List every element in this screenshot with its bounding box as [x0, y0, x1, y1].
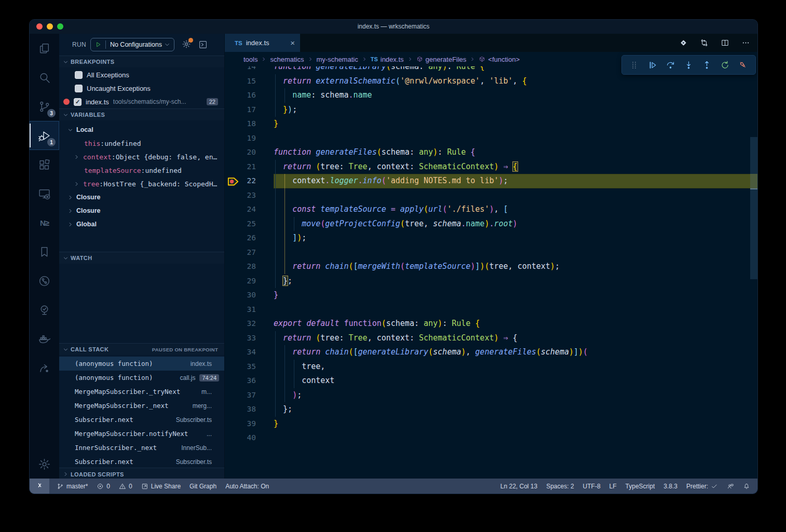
variables-group-row[interactable]: Closure — [59, 204, 224, 217]
chevron-right-icon[interactable] — [74, 181, 79, 187]
open-changes-icon[interactable] — [679, 38, 688, 47]
code-line[interactable]: 37 ); — [225, 388, 757, 403]
toolbar-drag-handle[interactable] — [625, 56, 643, 74]
activity-item-docker[interactable] — [30, 324, 59, 353]
activity-item-bookmarks[interactable] — [30, 237, 59, 266]
debug-config-dropdown[interactable]: No Configurations — [90, 38, 174, 51]
activity-item-explorer[interactable] — [30, 34, 59, 63]
restart-button[interactable] — [716, 56, 734, 74]
callstack-frame[interactable]: Subscriber.nextSubscriber.ts — [59, 455, 224, 469]
callstack-frame[interactable]: Subscriber.nextSubscriber.ts — [59, 413, 224, 427]
code-line[interactable]: 23 — [225, 188, 757, 203]
code-line[interactable]: 36 context — [225, 374, 757, 388]
open-debug-console-button[interactable] — [198, 40, 208, 49]
callstack-frame[interactable]: MergeMapSubscriber._nextmerg... — [59, 399, 224, 413]
activity-item-extensions[interactable] — [30, 150, 59, 179]
chevron-right-icon[interactable] — [67, 195, 73, 200]
breakpoint-checkbox[interactable]: ✓ — [74, 98, 82, 106]
variable-row[interactable]: this: undefined — [59, 137, 224, 150]
chevron-right-icon[interactable] — [74, 154, 79, 160]
breakpoint-checkbox[interactable] — [75, 85, 83, 92]
breakpoint-row[interactable]: ✓index.tstools/schematics/my-sch...22 — [59, 95, 224, 108]
scrollbar-thumb[interactable] — [750, 137, 757, 279]
code-line[interactable]: 33 return (tree: Tree, context: Schemati… — [225, 331, 757, 346]
callstack-frame[interactable]: (anonymous function)call.js74:24 — [59, 371, 224, 385]
callstack-frame[interactable]: MergeMapSubscriber.notifyNext... — [59, 427, 224, 441]
code-line[interactable]: 30} — [225, 288, 757, 303]
breadcrumb-item[interactable]: my-schematic — [317, 56, 358, 63]
code-line[interactable]: 16 name: schema.name — [225, 88, 757, 103]
status-item-git-graph[interactable]: Git Graph — [189, 483, 216, 490]
breadcrumb-item[interactable]: tools — [243, 56, 258, 63]
activity-item-run-debug[interactable]: 1 — [30, 121, 59, 150]
code-line[interactable]: 25 move(getProjectConfig(tree, schema.na… — [225, 217, 757, 231]
status-item-ln-22-col-13[interactable]: Ln 22, Col 13 — [500, 483, 537, 490]
status-item-master[interactable]: master* — [57, 483, 88, 490]
step-over-button[interactable] — [661, 56, 680, 74]
title-bar[interactable]: index.ts — wrkschematics — [30, 20, 757, 34]
code-line[interactable]: 32export default function(schema: any): … — [225, 317, 757, 331]
status-item-3-8-3[interactable]: 3.8.3 — [663, 483, 677, 490]
sync-changes-icon[interactable] — [700, 38, 709, 47]
remote-indicator-button[interactable] — [30, 479, 49, 494]
close-tab-icon[interactable]: × — [290, 39, 295, 47]
activity-item-project-share[interactable] — [30, 353, 59, 383]
breadcrumb-item[interactable]: schematics — [270, 56, 304, 63]
step-into-button[interactable] — [680, 56, 698, 74]
variables-group-row[interactable]: Global — [59, 217, 224, 231]
variable-row[interactable]: tree: HostTree {_backend: ScopedH… — [59, 177, 224, 190]
code-line[interactable]: 39} — [225, 417, 757, 431]
loaded-scripts-header[interactable]: LOADED SCRIPTS — [59, 468, 224, 479]
status-item-spaces-2[interactable]: Spaces: 2 — [546, 483, 574, 490]
code-line[interactable]: 35 tree, — [225, 360, 757, 374]
configure-gear-button[interactable] — [182, 39, 191, 50]
breadcrumb-item[interactable]: TSindex.ts — [371, 56, 404, 63]
activity-item-testing[interactable] — [30, 295, 59, 324]
code-line[interactable]: 24 const templateSource = apply(url('./f… — [225, 202, 757, 217]
split-editor-icon[interactable] — [721, 38, 729, 47]
code-line[interactable]: 28 return chain([mergeWith(templateSourc… — [225, 260, 757, 274]
status-item-bell[interactable] — [743, 483, 750, 490]
activity-item-search[interactable] — [30, 63, 59, 92]
variables-header[interactable]: VARIABLES — [59, 108, 224, 120]
tab-index-ts[interactable]: TS index.ts × — [225, 34, 300, 52]
chevron-down-icon[interactable] — [164, 42, 170, 48]
activity-item-git-graph[interactable] — [30, 266, 59, 295]
breakpoints-header[interactable]: BREAKPOINTS — [59, 56, 224, 67]
code-line[interactable]: 38 }; — [225, 402, 757, 417]
code-line[interactable]: 26 ]); — [225, 231, 757, 245]
breakpoint-row[interactable]: All Exceptions — [59, 68, 224, 81]
disconnect-button[interactable] — [734, 56, 752, 74]
start-debug-icon[interactable] — [94, 41, 102, 48]
variable-row[interactable]: context: Object {debug: false, en… — [59, 150, 224, 163]
activity-item-source-control[interactable]: 3 — [30, 92, 59, 121]
breadcrumb-item[interactable]: generateFiles — [416, 56, 467, 63]
chevron-right-icon[interactable] — [67, 208, 73, 214]
callstack-frame[interactable]: InnerSubscriber._nextInnerSub... — [59, 441, 224, 455]
status-item-utf-8[interactable]: UTF-8 — [583, 483, 601, 490]
continue-button[interactable] — [643, 56, 661, 74]
variables-scope-row[interactable]: Local — [59, 123, 224, 137]
code-editor[interactable]: 14function generateLibrary(schema: any):… — [225, 66, 757, 479]
activity-item-nx-console[interactable]: N≥ — [30, 208, 59, 237]
code-line[interactable]: 34 return chain([generateLibrary(schema)… — [225, 345, 757, 360]
code-line[interactable]: 19 — [225, 131, 757, 146]
code-line[interactable]: 15 return externalSchematic('@nrwl/works… — [225, 74, 757, 89]
code-line[interactable]: 27 — [225, 245, 757, 260]
watch-header[interactable]: WATCH — [59, 252, 224, 264]
code-line[interactable]: 31 — [225, 303, 757, 317]
code-line[interactable]: 20function generateFiles(schema: any): R… — [225, 145, 757, 160]
chevron-right-icon[interactable] — [67, 222, 73, 227]
code-line[interactable]: 17 }); — [225, 103, 757, 117]
code-line[interactable]: 21 return (tree: Tree, context: Schemati… — [225, 160, 757, 174]
status-item-prettier[interactable]: Prettier: — [686, 483, 718, 490]
code-line[interactable]: 22 context.logger.info('adding NOTES.md … — [225, 174, 757, 188]
status-item-0[interactable]: 0 — [97, 483, 110, 490]
status-item-auto-attach-on[interactable]: Auto Attach: On — [225, 483, 269, 490]
activity-item-settings[interactable] — [30, 449, 59, 479]
code-line[interactable]: 40 — [225, 431, 757, 445]
more-actions-icon[interactable] — [741, 38, 750, 47]
status-item-feedback[interactable] — [727, 483, 734, 490]
editor-scrollbar[interactable] — [750, 66, 757, 479]
activity-item-remote-explorer[interactable] — [30, 179, 59, 208]
